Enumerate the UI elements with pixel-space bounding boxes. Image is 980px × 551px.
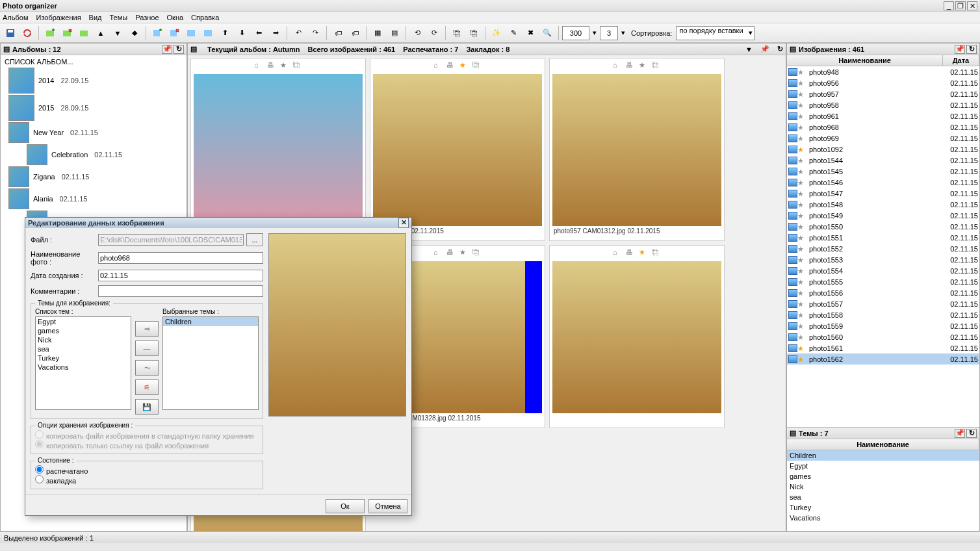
sort-combo[interactable]: по порядку вставки (676, 26, 754, 40)
image-row[interactable]: ★photo155202.11.15 (787, 243, 979, 254)
home-icon[interactable]: ⌂ (433, 248, 443, 257)
browse-button[interactable]: ... (246, 233, 263, 246)
close-button[interactable]: ✕ (967, 1, 977, 10)
tag-add-icon[interactable]: 🏷 (330, 25, 346, 41)
image-row[interactable]: ★photo156202.11.15 (787, 353, 979, 365)
album-item[interactable]: Alania02.11.15 (8, 188, 185, 210)
image-row[interactable]: ★photo155302.11.15 (787, 254, 979, 265)
redo-icon[interactable]: ↷ (307, 25, 323, 41)
album-item[interactable]: New Year02.11.15 (8, 122, 185, 144)
star-icon[interactable]: ★ (459, 61, 469, 70)
available-theme-item[interactable]: Vacations (36, 363, 131, 372)
image-row[interactable]: ★photo95702.11.15 (787, 88, 979, 99)
add-image-icon[interactable] (149, 25, 165, 41)
tag-remove-icon[interactable]: 🏷 (347, 25, 363, 41)
available-themes-list[interactable]: EgyptgamesNickseaTurkeyVacations (35, 316, 131, 410)
magic-icon[interactable]: ✨ (489, 25, 504, 41)
thumbnail-card[interactable]: ⌂🖶★⿻…01311.jpg 02.11.2015 (370, 58, 545, 241)
edit-album-icon[interactable] (76, 25, 92, 41)
menu-темы[interactable]: Темы (110, 14, 128, 21)
image-row[interactable]: ★photo155702.11.15 (787, 298, 979, 309)
paste-icon[interactable]: ⿻ (466, 25, 482, 41)
album-collapse-icon[interactable]: ◆ (127, 25, 142, 41)
save-icon[interactable] (3, 25, 18, 41)
themes-list[interactable]: ChildrenEgyptgamesNickseaTurkeyVacations (787, 450, 979, 531)
themes-pin-icon[interactable]: 📌 (955, 429, 965, 438)
move-right-button[interactable]: ➡ (135, 321, 159, 337)
comment-field[interactable] (98, 285, 263, 297)
print-icon[interactable]: 🖶 (267, 61, 276, 70)
menu-вид[interactable]: Вид (89, 14, 102, 21)
star-icon[interactable]: ★ (280, 61, 289, 70)
image-row[interactable]: ★photo96902.11.15 (787, 133, 979, 144)
theme-row[interactable]: Nick (787, 481, 979, 492)
image-row[interactable]: ★photo156002.11.15 (787, 331, 979, 342)
albums-pin-icon[interactable]: 📌 (162, 45, 172, 54)
add-theme-button[interactable]: ⤳ (135, 360, 159, 376)
view1-icon[interactable]: ▦ (370, 25, 385, 41)
albums-refresh-icon[interactable]: ↻ (174, 45, 184, 54)
album-item[interactable]: 201422.09.15 (8, 67, 185, 94)
image-row[interactable]: ★photo94802.11.15 (787, 66, 979, 77)
thumbnail-card[interactable]: ⌂🖶★⿻ (190, 58, 366, 241)
image-icon[interactable] (183, 25, 199, 41)
themes-col-name[interactable]: Наименование (787, 439, 979, 450)
print-icon[interactable]: 🖶 (446, 61, 456, 70)
center-filter-icon[interactable]: ▼ (745, 45, 753, 53)
rotate-left-icon[interactable]: ⟲ (409, 25, 425, 41)
image-row[interactable]: ★photo154402.11.15 (787, 155, 979, 166)
album-item[interactable]: Zigana02.11.15 (8, 166, 185, 188)
sync-icon[interactable] (19, 25, 35, 41)
image-row[interactable]: ★photo155402.11.15 (787, 265, 979, 276)
home-icon[interactable]: ⌂ (613, 61, 622, 70)
image-up-icon[interactable]: ⬆ (217, 25, 233, 41)
menu-изображения[interactable]: Изображения (36, 14, 81, 21)
menu-разное[interactable]: Разное (135, 14, 159, 21)
undo-icon[interactable]: ↶ (290, 25, 306, 41)
save-themes-button[interactable]: 💾 (135, 399, 159, 415)
col-name[interactable]: Наименование (787, 55, 943, 66)
images-refresh-icon[interactable]: ↻ (966, 45, 977, 54)
image-row[interactable]: ★photo96102.11.15 (787, 110, 979, 122)
copy-icon[interactable]: ⿻ (449, 25, 465, 41)
image-row[interactable]: ★photo154502.11.15 (787, 166, 979, 177)
image-row[interactable]: ★photo155102.11.15 (787, 232, 979, 243)
share-button[interactable]: ⚟ (135, 379, 159, 395)
available-theme-item[interactable]: games (36, 326, 131, 335)
image-row[interactable]: ★photo155502.11.15 (787, 276, 979, 287)
image-row[interactable]: ★photo155802.11.15 (787, 309, 979, 320)
image-left-icon[interactable]: ⬅ (251, 25, 266, 41)
images-list[interactable]: ★photo94802.11.15★photo95602.11.15★photo… (787, 66, 979, 427)
cancel-button[interactable]: Отмена (368, 499, 407, 513)
themes-refresh-icon[interactable]: ↻ (966, 429, 977, 438)
thumbnail-card[interactable]: ⌂🖶★⿻ (549, 245, 725, 428)
image-row[interactable]: ★photo95802.11.15 (787, 99, 979, 110)
center-refresh-icon[interactable]: ↻ (777, 45, 783, 53)
theme-row[interactable]: Vacations (787, 513, 979, 523)
image-row[interactable]: ★photo109202.11.15 (787, 144, 979, 155)
star-icon[interactable]: ★ (639, 61, 648, 70)
rotate-right-icon[interactable]: ⟳ (426, 25, 442, 41)
theme-row[interactable]: Turkey (787, 502, 979, 513)
zoom-spinner[interactable] (562, 26, 589, 40)
remove-image-icon[interactable] (166, 25, 182, 41)
image-row[interactable]: ★photo154602.11.15 (787, 177, 979, 188)
col-date[interactable]: Дата (943, 55, 979, 66)
home-icon[interactable]: ⌂ (433, 61, 443, 70)
image-row[interactable]: ★photo155602.11.15 (787, 287, 979, 298)
theme-row[interactable]: sea (787, 492, 979, 502)
menu-альбом[interactable]: Альбом (3, 14, 28, 21)
minimize-button[interactable]: _ (944, 1, 954, 10)
copy-icon[interactable]: ⿻ (472, 61, 482, 70)
image-right-icon[interactable]: ➡ (268, 25, 283, 41)
copy-icon[interactable]: ⿻ (472, 248, 482, 257)
selected-themes-list[interactable]: Children (162, 316, 259, 410)
print-icon[interactable]: 🖶 (626, 61, 635, 70)
images-pin-icon[interactable]: 📌 (955, 45, 965, 54)
album-up-icon[interactable]: ▲ (93, 25, 109, 41)
available-theme-item[interactable]: Egypt (36, 317, 131, 326)
image-row[interactable]: ★photo156102.11.15 (787, 342, 979, 353)
tree-root[interactable]: СПИСОК АЛЬБОМ... (2, 57, 185, 67)
columns-spinner[interactable] (600, 26, 618, 40)
name-field[interactable] (98, 252, 263, 264)
